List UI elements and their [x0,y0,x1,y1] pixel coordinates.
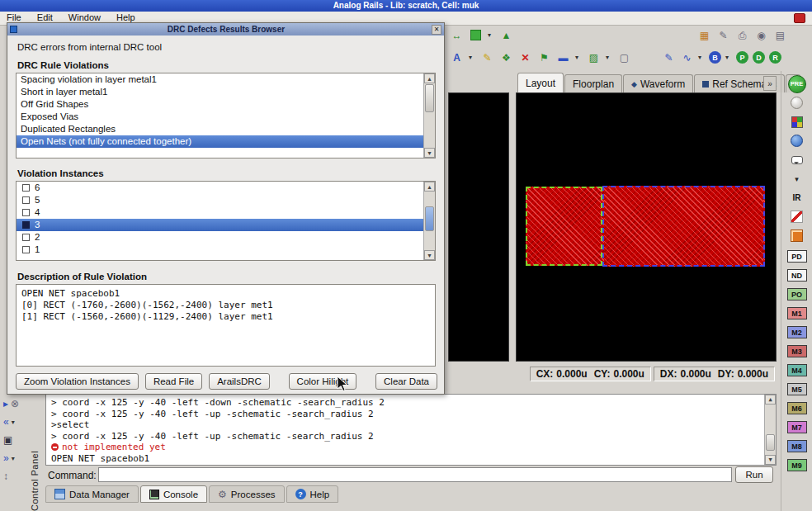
grid-settings-icon[interactable] [773,28,787,42]
layer-button-m1[interactable]: M1 [787,307,807,319]
scrollbar-thumb[interactable] [766,434,775,451]
line-style-icon[interactable] [556,50,570,64]
rule-item[interactable]: Off Grid Shapes [17,98,423,111]
chevron-down-icon[interactable] [575,54,582,61]
table-icon[interactable] [697,28,711,42]
scroll-down-icon[interactable] [765,455,776,465]
rule-item[interactable]: Short in layer metal1 [17,86,423,98]
scroll-up-icon[interactable] [424,182,435,192]
layer-button-m4[interactable]: M4 [787,364,807,376]
palette-icon[interactable] [791,116,803,128]
layer-button-m2[interactable]: M2 [787,326,807,338]
p-tool-icon[interactable] [736,51,748,64]
highlighter-icon[interactable] [480,50,494,64]
instance-item[interactable]: 1 [17,244,423,256]
annotate-icon[interactable] [450,50,464,64]
tab-scroll-right-button[interactable] [763,76,777,91]
chevron-down-icon[interactable] [795,175,799,183]
chevron-down-icon[interactable] [469,54,475,61]
collapse-left-icon[interactable] [3,416,9,428]
layer-button-pd[interactable]: PD [787,250,807,263]
expand-right-icon[interactable] [3,452,9,464]
console-scrollbar[interactable] [764,395,776,465]
ir-layer-label[interactable]: IR [793,193,801,202]
tab-help[interactable]: Help [286,485,339,503]
tab-console[interactable]: Console [140,485,207,503]
ball-icon[interactable] [791,97,803,109]
marker-icon[interactable] [499,50,513,64]
globe-icon[interactable] [791,135,803,147]
checkbox-checked[interactable] [22,221,30,229]
layer-button-nd[interactable]: ND [787,269,807,282]
read-file-button[interactable]: Read File [145,373,202,390]
chevron-down-icon[interactable] [488,31,494,39]
marker-layer-icon[interactable] [791,229,803,242]
chevron-down-icon[interactable] [725,54,732,61]
layer-button-po[interactable]: PO [787,288,807,300]
checkbox[interactable] [22,246,30,253]
print-icon[interactable] [735,28,749,42]
chevron-down-icon[interactable] [698,54,705,61]
console-output[interactable]: > coord -x 125 -y -40 -left -down -schem… [45,394,777,466]
instances-listbox[interactable]: 6 5 4 3 2 1 [16,181,436,261]
close-icon[interactable]: ✕ [432,25,441,35]
layer-button-m3[interactable]: M3 [787,345,807,357]
rule-item-selected[interactable]: Open Nets (not fully connected together) [17,135,423,148]
d-tool-icon[interactable] [753,51,765,64]
rule-item[interactable]: Duplicated Rectangles [17,123,423,135]
r-tool-icon[interactable] [769,51,781,64]
layer-button-m9[interactable]: M9 [787,459,807,471]
undock-icon[interactable] [3,398,8,409]
tab-processes[interactable]: Processes [209,485,284,503]
fit-view-icon[interactable] [499,28,513,42]
wire-layer-icon[interactable] [791,211,803,223]
run-button[interactable]: Run [735,466,773,483]
tab-layout[interactable]: Layout [517,73,564,92]
scroll-down-icon[interactable] [424,148,435,158]
violation-rect-blue[interactable] [602,186,765,267]
command-input[interactable] [98,467,732,482]
tab-floorplan[interactable]: Floorplan [564,74,622,92]
tab-waveform[interactable]: Waveform [623,74,693,92]
pan-arrows-icon[interactable] [450,28,464,42]
arailsdrc-button[interactable]: ArailsDRC [209,373,270,390]
mouse-settings-icon[interactable] [754,28,768,42]
edit-icon[interactable] [716,28,730,42]
clear-data-button[interactable]: Clear Data [375,373,437,390]
rules-scrollbar[interactable] [423,73,435,158]
instances-scrollbar[interactable] [423,182,435,260]
schematic-canvas[interactable] [448,92,509,362]
violation-rect-green[interactable] [526,187,602,266]
chat-icon[interactable] [791,156,803,164]
layer-button-m6[interactable]: M6 [787,402,807,414]
chevron-down-icon[interactable] [12,455,18,462]
scroll-down-icon[interactable] [424,250,435,260]
checkbox[interactable] [22,209,30,216]
zoom-box-icon[interactable] [470,30,481,40]
rules-listbox[interactable]: Spacing violation in layer metal1 Short … [16,73,436,159]
fill-style-icon[interactable] [587,50,601,64]
instance-item[interactable]: 2 [17,231,423,244]
instance-item[interactable]: 5 [17,194,423,206]
delete-icon[interactable] [518,50,532,64]
rule-item[interactable]: Exposed Vias [17,111,423,123]
scroll-up-icon[interactable] [424,73,435,83]
dock-box-icon[interactable] [3,434,12,446]
b-tool-icon[interactable] [709,51,721,64]
resize-icon[interactable] [3,471,8,482]
scrollbar-thumb[interactable] [425,206,434,231]
draw-icon[interactable] [662,50,676,64]
zoom-violation-instances-button[interactable]: Zoom Violation Instances [16,373,139,390]
instance-item[interactable]: 4 [17,206,423,219]
checkbox[interactable] [22,196,30,204]
scrollbar-thumb[interactable] [425,84,434,112]
layout-canvas[interactable] [516,92,777,362]
layer-button-m8[interactable]: M8 [787,440,807,452]
pre-button[interactable]: PRE [788,75,806,93]
layer-button-m7[interactable]: M7 [787,421,807,433]
spline-icon[interactable] [680,50,694,64]
instance-item[interactable]: 6 [17,182,423,194]
frame-icon[interactable] [617,50,631,64]
tab-data-manager[interactable]: Data Manager [45,485,139,503]
close-panel-icon[interactable] [11,398,19,409]
